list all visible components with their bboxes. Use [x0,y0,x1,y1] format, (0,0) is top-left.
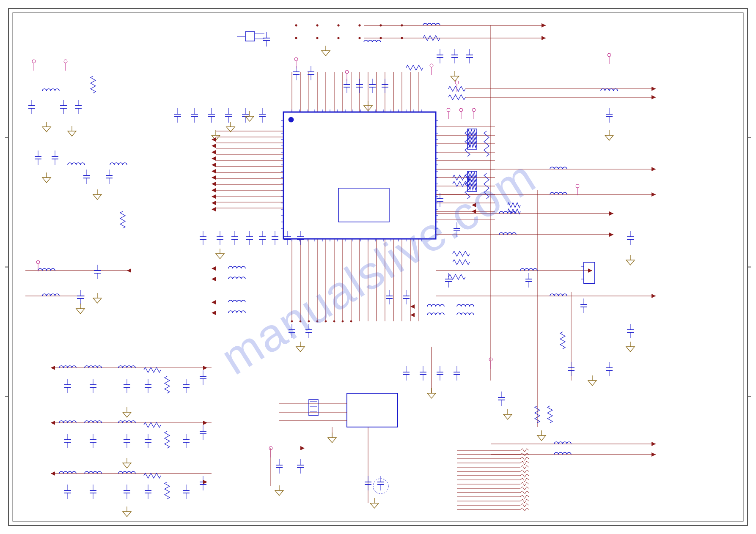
svg-rect-0 [8,8,748,526]
svg-point-548 [359,25,360,26]
svg-point-549 [359,37,360,39]
svg-point-552 [401,25,403,26]
svg-point-528 [472,108,476,112]
svg-point-545 [316,37,318,39]
svg-point-546 [338,25,339,26]
svg-point-540 [345,70,349,74]
svg-point-518 [36,260,40,264]
svg-point-522 [455,81,459,84]
svg-point-559 [333,320,335,322]
svg-rect-564 [245,32,255,41]
svg-rect-188 [584,262,595,283]
svg-point-524 [447,108,450,112]
svg-point-551 [380,37,382,39]
svg-point-560 [342,320,344,322]
svg-rect-179 [347,393,398,427]
schematic-page: manualslive.com [0,0,756,534]
svg-point-553 [401,37,403,39]
svg-point-561 [350,320,352,322]
svg-point-557 [316,320,318,322]
svg-point-542 [295,25,297,26]
svg-rect-184 [309,400,318,416]
svg-rect-104 [283,112,436,239]
svg-point-554 [291,320,293,322]
svg-point-520 [430,64,433,67]
svg-point-530 [576,184,579,188]
svg-point-547 [338,37,339,39]
svg-point-526 [459,108,463,112]
svg-point-550 [380,25,382,26]
svg-point-543 [295,37,297,39]
svg-point-536 [608,53,611,57]
svg-point-516 [64,60,67,63]
svg-point-556 [308,320,310,322]
svg-point-544 [316,25,318,26]
svg-point-105 [289,117,294,122]
svg-point-558 [325,320,327,322]
svg-point-514 [32,60,36,63]
schematic-svg [0,0,756,534]
svg-point-538 [294,58,298,61]
svg-point-555 [300,320,301,322]
